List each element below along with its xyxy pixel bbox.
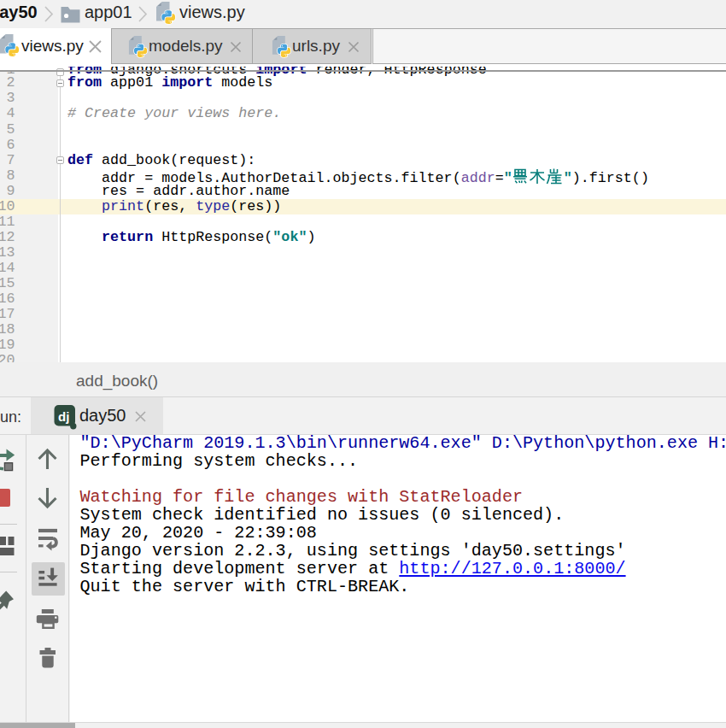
svg-text:dj: dj [58,409,69,424]
